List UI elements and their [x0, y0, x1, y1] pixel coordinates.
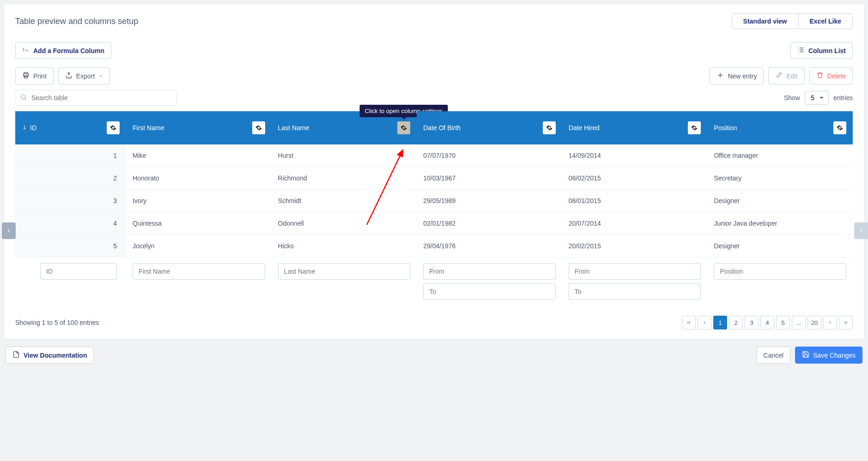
filter-first-name[interactable] — [133, 263, 265, 280]
side-nav-next[interactable] — [854, 222, 868, 239]
column-header-dob[interactable]: Date Of Birth — [417, 111, 562, 144]
cell-id: 2 — [15, 167, 126, 190]
standard-view-button[interactable]: Standard view — [732, 14, 798, 29]
page-20[interactable]: 20 — [807, 316, 821, 329]
plus-icon — [716, 72, 724, 80]
svg-point-13 — [21, 95, 25, 99]
view-documentation-button[interactable]: View Documentation — [6, 347, 94, 364]
cell-last-name: Odonnell — [272, 212, 417, 235]
page-prev[interactable] — [698, 316, 711, 329]
cell-dob: 29/05/1989 — [417, 190, 562, 212]
page-next[interactable] — [823, 316, 837, 329]
table-row[interactable]: 3IvorySchmidt29/05/198908/01/2015Designe… — [15, 190, 853, 212]
column-header-last-name[interactable]: Last Name Click to open column settings — [272, 111, 417, 144]
cell-hired: 20/07/2014 — [562, 212, 708, 235]
view-doc-label: View Documentation — [24, 352, 87, 359]
print-button[interactable]: Print — [15, 67, 54, 84]
page-first[interactable] — [682, 316, 696, 329]
column-header-id[interactable]: ID — [15, 111, 126, 144]
edit-button[interactable]: Edit — [768, 67, 804, 84]
cell-dob: 10/03/1967 — [417, 167, 562, 190]
cell-position: Office manager — [707, 144, 853, 167]
column-settings-last-name[interactable] — [397, 121, 410, 134]
cancel-button[interactable]: Cancel — [757, 347, 791, 364]
page-4[interactable]: 4 — [760, 316, 774, 329]
column-settings-id[interactable] — [107, 121, 120, 134]
column-settings-hired[interactable] — [688, 121, 701, 134]
view-toggle: Standard view Excel Like — [732, 13, 853, 29]
cell-id: 1 — [15, 144, 126, 167]
entries-select[interactable]: 5 — [805, 91, 829, 105]
cell-last-name: Richmond — [272, 167, 417, 190]
cell-position: Designer — [707, 190, 853, 212]
column-header-position[interactable]: Position — [707, 111, 853, 144]
cell-first-name: Mike — [126, 144, 272, 167]
column-list-label: Column List — [808, 47, 846, 54]
cell-dob: 02/01/1982 — [417, 212, 562, 235]
cell-id: 4 — [15, 212, 126, 235]
filter-row — [15, 257, 853, 306]
cell-last-name: Hurst — [272, 144, 417, 167]
edit-label: Edit — [786, 72, 797, 80]
cell-id: 5 — [15, 235, 126, 257]
cell-position: Secretary — [707, 167, 853, 190]
cell-dob: 29/04/1976 — [417, 235, 562, 257]
cell-position: Designer — [707, 235, 853, 257]
delete-button[interactable]: Delete — [809, 67, 853, 84]
pagination: 12345...20 — [682, 316, 853, 329]
column-header-first-name[interactable]: First Name — [126, 111, 272, 144]
cell-hired: 08/01/2015 — [562, 190, 708, 212]
filter-id[interactable] — [40, 263, 117, 280]
cell-hired: 20/02/2015 — [562, 235, 708, 257]
export-icon — [65, 72, 73, 80]
svg-text:(x): (x) — [25, 49, 28, 52]
table-row[interactable]: 4QuintessaOdonnell02/01/198220/07/2014Ju… — [15, 212, 853, 235]
filter-dob-from[interactable] — [423, 263, 556, 280]
filter-hired-from[interactable] — [569, 263, 701, 280]
page-title: Table preview and columns setup — [15, 17, 138, 26]
new-entry-button[interactable]: New entry — [710, 67, 764, 84]
cell-dob: 07/07/1970 — [417, 144, 562, 167]
cell-first-name: Ivory — [126, 190, 272, 212]
add-formula-column-button[interactable]: f(x) Add a Formula Column — [15, 42, 111, 59]
page-3[interactable]: 3 — [745, 316, 759, 329]
filter-last-name[interactable] — [278, 263, 411, 280]
cell-last-name: Schmidt — [272, 190, 417, 212]
column-list-button[interactable]: Column List — [790, 42, 853, 59]
side-nav-prev[interactable] — [2, 222, 16, 239]
delete-label: Delete — [827, 72, 846, 80]
entries-label: entries — [833, 94, 853, 102]
save-changes-button[interactable]: Save Changes — [795, 347, 862, 364]
export-label: Export — [76, 72, 95, 80]
chevron-down-icon — [98, 72, 103, 80]
search-input[interactable] — [15, 90, 177, 106]
page-...[interactable]: ... — [792, 316, 806, 329]
add-formula-label: Add a Formula Column — [33, 47, 104, 54]
filter-hired-to[interactable] — [569, 283, 701, 300]
print-icon — [22, 72, 30, 80]
table-header-row: ID First Name — [15, 111, 853, 144]
trash-icon — [816, 72, 824, 80]
column-settings-position[interactable] — [833, 121, 846, 134]
cell-hired: 08/02/2015 — [562, 167, 708, 190]
filter-position[interactable] — [714, 263, 846, 280]
document-icon — [12, 351, 20, 359]
column-header-hired[interactable]: Date Hired — [562, 111, 708, 144]
column-settings-first-name[interactable] — [252, 121, 265, 134]
sort-desc-icon — [22, 124, 27, 132]
table-row[interactable]: 1MikeHurst07/07/197014/09/2014Office man… — [15, 144, 853, 167]
page-last[interactable] — [839, 316, 853, 329]
page-5[interactable]: 5 — [776, 316, 790, 329]
filter-dob-to[interactable] — [423, 283, 556, 300]
new-entry-label: New entry — [728, 72, 757, 80]
excel-like-button[interactable]: Excel Like — [798, 14, 853, 29]
page-2[interactable]: 2 — [729, 316, 743, 329]
table-row[interactable]: 2HonoratoRichmond10/03/196708/02/2015Sec… — [15, 167, 853, 190]
export-button[interactable]: Export — [58, 67, 110, 84]
page-1[interactable]: 1 — [713, 316, 727, 329]
table-row[interactable]: 5JocelynHicks29/04/197620/02/2015Designe… — [15, 235, 853, 257]
cell-first-name: Jocelyn — [126, 235, 272, 257]
list-icon — [797, 46, 805, 55]
svg-line-14 — [25, 98, 26, 100]
column-settings-dob[interactable] — [543, 121, 556, 134]
